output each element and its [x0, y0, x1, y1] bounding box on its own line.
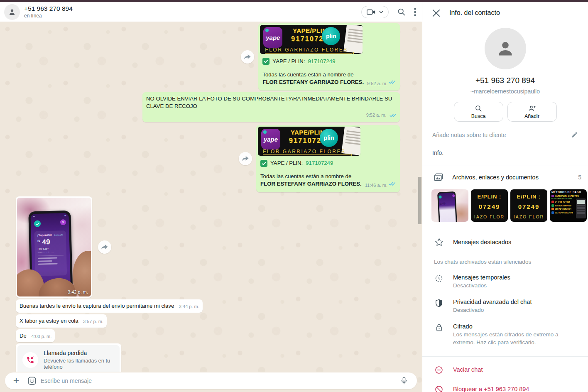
- contact-push-name: ~marceloernestocusipaullo: [422, 88, 588, 95]
- caption-label: YAPE / PLIN:: [272, 58, 305, 65]
- call-subtitle: Devuelve las llamadas en tu teléfono: [44, 358, 115, 370]
- voice-message-button[interactable]: [397, 374, 411, 388]
- caption-label: YAPE / PLIN:: [270, 159, 303, 167]
- clear-chat-action[interactable]: Vaciar chat: [422, 360, 588, 380]
- contact-avatar[interactable]: [4, 4, 20, 20]
- missed-call-icon: [22, 352, 38, 368]
- message-bubble-yape-1: yape YAPE/PLIN : 917107249 plin FLOR GAR…: [258, 23, 400, 91]
- minus-circle-icon: [435, 366, 443, 374]
- video-camera-icon: [367, 9, 376, 15]
- notes-placeholder: Añade notas sobre tu cliente: [432, 132, 506, 138]
- message-bubble: X fabor ya estoy en cola 3:57 p. m.: [16, 314, 107, 328]
- setting-title: Mensajes temporales: [453, 274, 510, 281]
- banner-name: FLOR GARRIAZO FLORES: [265, 47, 348, 53]
- chat-pane: +51 963 270 894 en línea: [0, 2, 422, 392]
- setting-title: Cifrado: [453, 323, 578, 330]
- media-links-docs-row[interactable]: Archivos, enlaces y documentos 5: [422, 166, 588, 189]
- chat-title: +51 963 270 894: [24, 5, 361, 12]
- plin-logo: plin: [320, 129, 338, 147]
- star-icon: [435, 238, 443, 246]
- pos-terminal-graphic: [576, 198, 586, 218]
- message-time: 3:57 p. m.: [83, 319, 103, 324]
- contact-info-panel: Info. del contacto +51 963 270 894 ~marc…: [422, 2, 588, 392]
- archived-muted-note: Los chats archivados están silenciados: [422, 252, 588, 267]
- message-time: 9:52 a. m.: [367, 81, 387, 86]
- chat-scrollbar[interactable]: [418, 177, 421, 224]
- message-list: yape YAPE/PLIN : 917107249 plin FLOR GAR…: [0, 22, 422, 372]
- disappearing-messages-row[interactable]: Mensajes temporales Desactivados: [422, 270, 588, 294]
- yape-banner-image[interactable]: yape YAPE/PLIN : 917107249 plin FLOR GAR…: [260, 25, 363, 54]
- yape-receipt-title: ¡Yapeaste!: [37, 233, 52, 237]
- message-time: 11:46 a. m.: [365, 183, 387, 188]
- read-ticks-icon: [390, 112, 397, 119]
- customer-notes-field[interactable]: Añade notas sobre tu cliente: [422, 131, 588, 138]
- caption-line1: Todas las cuentas están a nombre de: [262, 71, 396, 78]
- media-gallery-icon: [434, 173, 443, 181]
- caption-number[interactable]: 917107249: [308, 58, 336, 65]
- message-text: De: [20, 333, 27, 339]
- panel-title: Info. del contacto: [449, 9, 500, 17]
- green-check-emoji: [260, 160, 267, 167]
- search-in-chat-button[interactable]: [397, 7, 406, 16]
- person-icon: [495, 38, 516, 59]
- message-time: 4:00 p. m.: [31, 334, 51, 339]
- caption-number[interactable]: 917107249: [306, 159, 333, 167]
- forward-icon: [244, 54, 251, 60]
- emoji-sticker-button[interactable]: [25, 374, 39, 388]
- search-icon: [475, 105, 482, 112]
- contact-profile-photo[interactable]: [485, 28, 526, 69]
- media-thumbnail-payment-methods[interactable]: MÉTODOS DE PAGO YAPE/PLIN: 917107249 FLO…: [550, 189, 587, 222]
- person-add-icon: [528, 105, 536, 112]
- setting-subtitle: Desactivados: [453, 282, 510, 289]
- block-icon: [435, 385, 443, 392]
- kebab-menu-icon: [414, 8, 416, 16]
- caption-line2: FLOR ESTEFANY GARRIAZO FLORES.: [262, 78, 364, 86]
- video-call-button[interactable]: [361, 6, 389, 18]
- lock-icon: [436, 323, 443, 332]
- chat-header: +51 963 270 894 en línea: [0, 2, 422, 22]
- media-thumbnail-photo[interactable]: S/49: [431, 189, 468, 222]
- green-check-emoji: [262, 58, 270, 65]
- starred-messages-row[interactable]: Mensajes destacados: [422, 231, 588, 252]
- setting-subtitle: Los mensajes están cifrados de extremo a…: [453, 331, 578, 346]
- message-text: X fabor ya estoy en cola: [20, 318, 78, 324]
- contact-header-info[interactable]: +51 963 270 894 en línea: [24, 5, 361, 19]
- media-thumbnail-banner[interactable]: E/PLIN : 07249 IAZO FLOR: [471, 189, 508, 222]
- media-row-label: Archivos, enlaces y documentos: [452, 174, 569, 181]
- banner-name: FLOR GARRIAZO FLORES: [263, 149, 345, 154]
- contact-phone-number: +51 963 270 894: [422, 76, 588, 85]
- message-time: 3:44 p. m.: [179, 304, 199, 309]
- forward-icon: [242, 155, 249, 162]
- call-title: Llamada perdida: [44, 350, 115, 356]
- message-bubble-reminder: NO OLVIDE ENVIAR LA FOTO DE SU COMPROBAN…: [142, 92, 400, 122]
- message-bubble-yape-2: yape YAPE/PLIN : 917107249 plin FLOR GAR…: [256, 125, 400, 192]
- attach-button[interactable]: +: [9, 374, 23, 388]
- chat-menu-button[interactable]: [414, 8, 416, 16]
- action-label: Bloquear a +51 963 270 894: [453, 386, 529, 392]
- timer-icon: [435, 274, 443, 283]
- caption-line1: Todas las cuentas están a nombre de: [260, 173, 396, 180]
- message-input[interactable]: [41, 377, 395, 384]
- close-panel-button[interactable]: [432, 9, 440, 17]
- pencil-icon[interactable]: [571, 131, 578, 138]
- add-contact-button[interactable]: Añadir: [507, 102, 557, 122]
- advanced-privacy-row[interactable]: Privacidad avanzada del chat Desactivado: [422, 294, 588, 318]
- setting-title: Privacidad avanzada del chat: [453, 299, 532, 305]
- forward-button[interactable]: [98, 240, 111, 254]
- search-contact-button[interactable]: Busca: [454, 102, 503, 122]
- encryption-row[interactable]: Cifrado Los mensajes están cifrados de e…: [422, 319, 588, 350]
- forward-button[interactable]: [241, 50, 254, 64]
- message-text: Buenas tardes le envío la captura del en…: [20, 303, 174, 309]
- composer-bar: +: [0, 372, 422, 392]
- yape-banner-image[interactable]: yape YAPE/PLIN : 917107249 plin FLOR GAR…: [258, 127, 360, 156]
- search-icon: [397, 7, 406, 16]
- chevron-down-icon: [379, 11, 383, 13]
- forward-button[interactable]: [239, 152, 252, 165]
- message-bubble-photo[interactable]: ●●▮▮ ✕ ¡Yapeaste! Compartir S/ 49: [16, 196, 92, 298]
- media-thumbnail-banner[interactable]: E/PLIN : 07249 IAZO FLOR: [510, 189, 547, 222]
- payment-screenshot-image[interactable]: ●●▮▮ ✕ ¡Yapeaste! Compartir S/ 49: [17, 198, 91, 296]
- person-icon: [7, 7, 17, 17]
- block-contact-action[interactable]: Bloquear a +51 963 270 894: [422, 380, 588, 392]
- missed-call-card[interactable]: Llamada perdida Devuelve las llamadas en…: [17, 345, 120, 372]
- message-time: 9:52 a. m.: [366, 113, 387, 118]
